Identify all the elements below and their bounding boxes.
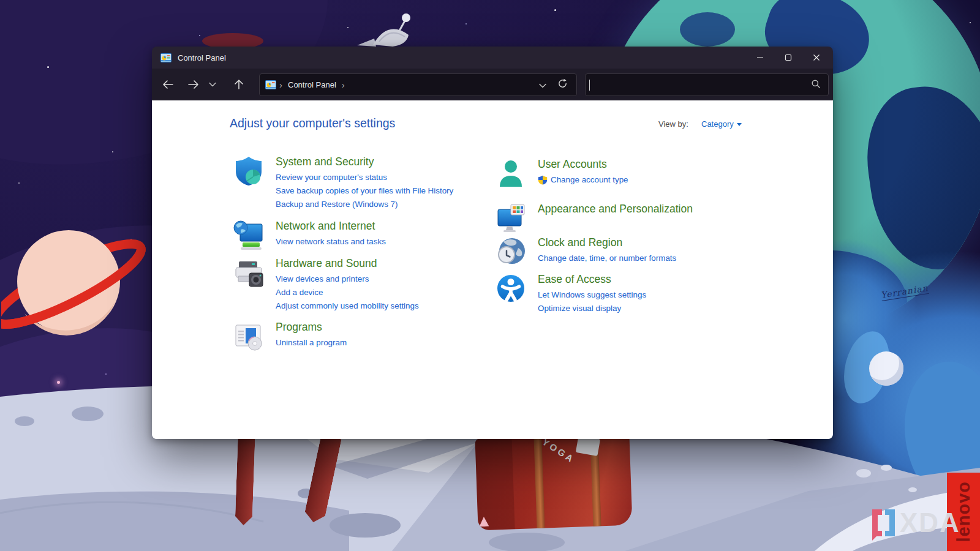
category-title[interactable]: Clock and Region [538, 235, 758, 250]
category-network-internet: Network and Internet View network status… [276, 219, 496, 249]
refresh-icon [557, 78, 568, 89]
category-title[interactable]: Appearance and Personalization [538, 201, 758, 216]
appearance-icon[interactable] [495, 202, 527, 234]
control-panel-window: Control Panel [152, 47, 833, 439]
category-link[interactable]: Adjust commonly used mobility settings [276, 299, 496, 313]
recent-locations-button[interactable] [205, 73, 221, 96]
ease-of-access-icon[interactable] [495, 272, 527, 304]
yoga-box-text: YOGA [540, 437, 577, 465]
category-programs: Programs Uninstall a program [276, 320, 496, 350]
xda-watermark-text: XDA [900, 509, 960, 536]
category-title[interactable]: User Accounts [538, 157, 758, 171]
breadcrumb-control-panel[interactable]: Control Panel [288, 80, 336, 89]
view-by-label: View by: [658, 119, 688, 129]
category-link[interactable]: Add a device [276, 286, 496, 299]
minimize-icon [756, 54, 764, 61]
close-button[interactable] [802, 47, 831, 69]
minimize-button[interactable] [746, 47, 774, 69]
maximize-button[interactable] [774, 47, 802, 69]
category-link[interactable]: View network status and tasks [276, 235, 496, 249]
up-icon [233, 78, 244, 91]
page-title: Adjust your computer's settings [230, 116, 395, 130]
category-link[interactable]: View devices and printers [276, 272, 496, 286]
category-title[interactable]: Programs [276, 320, 496, 334]
category-user-accounts: User Accounts Change account type [538, 157, 758, 187]
system-security-icon[interactable] [233, 155, 265, 187]
red-stool-leg [235, 437, 255, 526]
category-link[interactable]: Uninstall a program [276, 336, 496, 350]
xda-watermark: XDA [872, 509, 960, 536]
chevron-down-icon [209, 82, 216, 87]
category-appearance: Appearance and Personalization [538, 201, 758, 218]
window-title: Control Panel [178, 53, 226, 62]
yoga-box: YOGA [475, 433, 632, 531]
address-bar[interactable]: › Control Panel › [259, 73, 577, 96]
category-clock-region: Clock and Region Change date, time, or n… [538, 235, 758, 265]
xda-brackets-icon [872, 509, 895, 536]
control-panel-content: Adjust your computer's settings View by:… [152, 100, 833, 439]
search-input[interactable] [590, 80, 804, 89]
refresh-button[interactable] [554, 78, 576, 91]
category-link[interactable]: Let Windows suggest settings [538, 288, 758, 302]
maximize-icon [785, 54, 792, 61]
category-link-text: Change account type [551, 173, 628, 187]
hardware-sound-icon[interactable] [233, 257, 265, 288]
category-title[interactable]: Network and Internet [276, 219, 496, 233]
back-button[interactable] [157, 73, 179, 96]
category-title[interactable]: Ease of Access [538, 272, 758, 287]
programs-icon[interactable] [233, 320, 265, 352]
category-title[interactable]: System and Security [276, 154, 496, 169]
back-icon [162, 79, 174, 90]
forward-icon [187, 79, 200, 90]
control-panel-icon [265, 80, 276, 89]
uac-shield-icon [538, 175, 548, 185]
yoga-box-strap [533, 437, 545, 528]
close-icon [813, 54, 820, 61]
clock-region-icon[interactable] [495, 236, 527, 268]
network-internet-icon[interactable] [233, 219, 265, 251]
user-accounts-icon[interactable] [495, 157, 527, 189]
search-box[interactable] [585, 73, 829, 96]
category-link[interactable]: Change date, time, or number formats [538, 252, 758, 265]
yoga-box-shade [475, 437, 514, 530]
category-title[interactable]: Hardware and Sound [276, 256, 496, 271]
control-panel-icon [160, 53, 172, 62]
breadcrumb-chevron-icon: › [279, 80, 282, 89]
breadcrumb-chevron-icon[interactable]: › [342, 80, 345, 89]
category-system-security: System and Security Review your computer… [276, 154, 496, 211]
address-dropdown-button[interactable] [532, 80, 554, 91]
view-by-caret-icon [737, 123, 742, 126]
category-link[interactable]: Change account type [538, 173, 758, 187]
category-link[interactable]: Review your computer's status [276, 171, 496, 184]
category-link[interactable]: Optimize visual display [538, 302, 758, 315]
view-by-dropdown[interactable]: Category [701, 119, 742, 129]
view-by-value: Category [701, 119, 734, 129]
titlebar[interactable]: Control Panel [152, 47, 833, 69]
up-button[interactable] [228, 73, 250, 96]
search-icon[interactable] [804, 79, 828, 91]
category-link[interactable]: Save backup copies of your files with Fi… [276, 184, 496, 198]
category-hardware-sound: Hardware and Sound View devices and prin… [276, 256, 496, 313]
chevron-down-icon [539, 83, 546, 88]
navigation-bar: › Control Panel › [152, 69, 833, 100]
forward-button[interactable] [183, 73, 205, 96]
category-link[interactable]: Backup and Restore (Windows 7) [276, 198, 496, 211]
category-ease-of-access: Ease of Access Let Windows suggest setti… [538, 272, 758, 315]
